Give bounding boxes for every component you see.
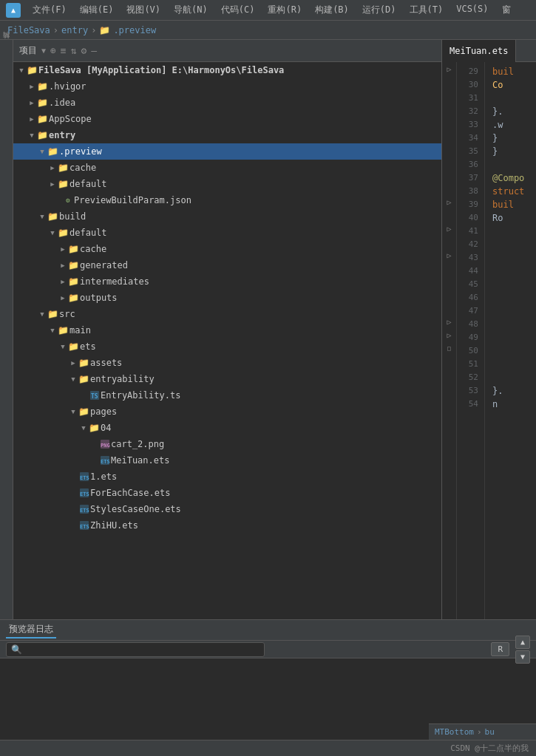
settings-icon[interactable]: ⚙ (81, 45, 87, 56)
list-item[interactable]: ▶ 📁 assets (13, 355, 441, 371)
search-icon: 🔍 (11, 644, 22, 655)
tab-meituan[interactable]: MeiTuan.ets (442, 40, 516, 62)
search-input[interactable] (25, 644, 259, 655)
sort-icon[interactable]: ⇅ (71, 45, 77, 56)
bookmarks-label: 结构 (1, 43, 11, 44)
menu-build[interactable]: 构建(B) (309, 2, 355, 18)
list-item[interactable]: ▶ 📁 .idea (13, 95, 441, 111)
list-item[interactable]: ▼ 📁 src (13, 306, 441, 322)
list-item[interactable]: ▶ 📁 cache (13, 160, 441, 176)
breadcrumb-entry[interactable]: entry (61, 25, 88, 35)
list-item[interactable]: ▼ 📁 build (13, 208, 441, 225)
list-item[interactable]: ⚙ PreviewBuildParam.json (13, 192, 441, 208)
main-wrapper: 结构 项目 ▼ ⊕ ≡ ⇅ ⚙ — ▼ 📁 FileSava [MyApplic… (0, 40, 536, 619)
list-item[interactable]: ▼ 📁 entry (13, 127, 441, 143)
menu-edit[interactable]: 编辑(E) (74, 2, 120, 18)
menu-code[interactable]: 代码(C) (215, 2, 261, 18)
list-item[interactable]: ▼ 📁 04 (13, 420, 441, 436)
list-item[interactable]: ▶ 📁 generated (13, 257, 441, 273)
scroll-up-button[interactable]: ▲ (515, 636, 530, 649)
folder-icon: 📁 (58, 179, 69, 189)
list-item[interactable]: PNG cart_2.png (13, 436, 441, 452)
list-item[interactable]: ▶ 📁 AppScope (13, 111, 441, 127)
arrow-icon: ▼ (37, 148, 47, 155)
menu-file[interactable]: 文件(F) (27, 2, 72, 18)
item-label: cache (80, 244, 106, 254)
arrow-icon: ▼ (47, 229, 58, 236)
menu-view[interactable]: 视图(V) (121, 2, 166, 18)
folder-icon: 📁 (78, 374, 90, 384)
status-text: CSDN @十二点半的我 (450, 743, 529, 754)
menu-nav[interactable]: 导航(N) (168, 2, 214, 18)
item-label: outputs (80, 293, 118, 303)
bottom-path: MTBottom › bu (429, 723, 536, 740)
list-item[interactable]: ▶ 📁 cache (13, 241, 441, 257)
item-label: pages (90, 406, 117, 417)
search-box[interactable]: 🔍 (6, 642, 265, 657)
list-item[interactable]: ▼ 📁 default (13, 225, 441, 241)
item-label: .idea (49, 98, 75, 108)
bottom-toolbar: 🔍 (6, 642, 488, 657)
list-item[interactable]: ▼ 📁 main (13, 322, 441, 338)
path-bu: bu (485, 727, 495, 737)
menu-refactor[interactable]: 重构(R) (262, 2, 308, 18)
list-item[interactable]: TS EntryAbility.ts (13, 387, 441, 403)
file-icon: ⚙ (62, 197, 74, 204)
bottom-panel: 预览器日志 🔍 R ▲ ▼ MTBottom › bu CSDN @十二点半的我 (0, 619, 536, 756)
minimize-icon[interactable]: — (91, 45, 97, 56)
list-item[interactable]: ▼ 📁 entryability (13, 371, 441, 387)
bottom-tab-bar: 预览器日志 (0, 620, 536, 641)
folder-icon: 📁 (68, 260, 80, 270)
list-icon[interactable]: ≡ (61, 45, 67, 56)
scope-icon[interactable]: ⊕ (50, 45, 56, 56)
menu-vcs[interactable]: VCS(S) (450, 2, 494, 18)
arrow-icon: ▼ (47, 327, 58, 334)
list-item[interactable]: ETS 1.ets (13, 469, 441, 485)
item-label: AppScope (49, 114, 92, 124)
root-label: FileSava [MyApplication] E:\HarmonyOs\Fi… (38, 65, 284, 75)
list-item[interactable]: ETS ForEachCase.ets (13, 485, 441, 501)
list-item[interactable]: ETS StylesCaseOne.ets (13, 501, 441, 517)
tab-preview-log[interactable]: 预览器日志 (6, 622, 56, 638)
folder-icon: 📁 (58, 228, 69, 238)
menu-items: 文件(F) 编辑(E) 视图(V) 导航(N) 代码(C) 重构(R) 构建(B… (27, 2, 517, 18)
line-numbers: 29 30 31 32 33 34 35 36 37 38 39 40 41 4… (457, 62, 485, 619)
filter-button[interactable]: R (491, 642, 509, 656)
list-item[interactable]: ▶ 📁 outputs (13, 290, 441, 306)
breadcrumb-preview[interactable]: .preview (113, 25, 156, 35)
code-content: buil Co }. .w } } @Compo struct buil Ro (485, 62, 536, 619)
menu-tools[interactable]: 工具(T) (404, 2, 450, 18)
list-item[interactable]: ▼ 📁 pages (13, 403, 441, 420)
tree-root[interactable]: ▼ 📁 FileSava [MyApplication] E:\HarmonyO… (13, 62, 441, 78)
folder-icon: 📁 (68, 276, 80, 287)
menu-window[interactable]: 窗 (496, 2, 517, 18)
list-item[interactable]: ▼ 📁 ets (13, 338, 441, 355)
arrow-icon: ▶ (47, 164, 58, 171)
gutter-arrow: ▷ (447, 251, 451, 259)
folder-icon: 📁 (58, 163, 69, 173)
list-item[interactable]: ▶ 📁 .hvigor (13, 78, 441, 95)
list-item[interactable]: ▶ 📁 intermediates (13, 273, 441, 290)
gutter-arrow: ▷ (447, 65, 451, 73)
folder-icon: 📁 (47, 309, 59, 319)
panel-icons: ⊕ ≡ ⇅ ⚙ — (50, 45, 97, 56)
list-item[interactable]: ETS ZhiHU.ets (13, 517, 441, 534)
menu-bar: ▲ 文件(F) 编辑(E) 视图(V) 导航(N) 代码(C) 重构(R) 构建… (0, 0, 536, 21)
arrow-icon: ▼ (37, 310, 47, 318)
folder-icon: 📁 (68, 293, 80, 303)
list-item[interactable]: ▼ 📁 .preview (13, 143, 441, 160)
file-tree: ▼ 📁 FileSava [MyApplication] E:\HarmonyO… (13, 62, 441, 619)
list-item[interactable]: ▶ 📁 default (13, 176, 441, 192)
item-label: EntryAbility.ts (101, 390, 180, 401)
breadcrumb-filesava[interactable]: FileSava (7, 25, 50, 35)
folder-icon: 📁 (78, 406, 90, 417)
svg-text:TS: TS (91, 393, 98, 400)
list-item[interactable]: ETS MeiTuan.ets (13, 452, 441, 469)
arrow-icon: ▼ (16, 67, 27, 74)
app-icon: ▲ (6, 3, 21, 18)
chevron-down-icon[interactable]: ▼ (41, 47, 46, 55)
breadcrumb: FileSava › entry › 📁 .preview (0, 21, 536, 40)
arrow-icon: ▶ (68, 359, 78, 367)
menu-run[interactable]: 运行(D) (356, 2, 402, 18)
svg-text:ETS: ETS (101, 459, 110, 465)
